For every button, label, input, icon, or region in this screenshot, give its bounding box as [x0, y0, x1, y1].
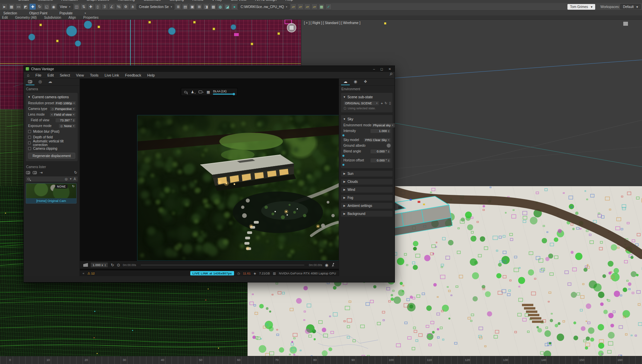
ribbon-tab-populate[interactable]: Populate — [60, 11, 73, 15]
max-menu-item[interactable]: Rendering — [118, 0, 135, 1]
toolbar-icon[interactable]: ✚ — [29, 4, 36, 10]
checkbox-box[interactable] — [28, 141, 31, 144]
horizon-offset-slider[interactable] — [341, 163, 393, 166]
toolbar-icon[interactable]: ► — [1, 4, 8, 10]
toolbar-icon[interactable]: ≣ — [175, 4, 181, 10]
toolbar-icon[interactable]: ▭ — [15, 4, 22, 10]
max-menu-item[interactable]: Customize — [143, 0, 161, 1]
toolbar-icon[interactable]: ↻ — [36, 4, 43, 10]
spinner-arrows[interactable]: ▲▼ — [388, 130, 390, 132]
ribbon-tab-object-paint[interactable]: Object Paint — [29, 11, 47, 15]
toolbar-icon[interactable]: ✓ — [325, 4, 332, 10]
viewport-label[interactable]: [ + ] [ Right ] [ Standard ] [ Wireframe… — [304, 21, 360, 25]
display-icon[interactable]: ▾ — [199, 91, 204, 93]
export-camera-icon[interactable]: ⇥ — [39, 170, 42, 175]
resolution-preset-dropdown[interactable]: FHD 1080p▾ — [54, 101, 76, 106]
spinner-arrows[interactable]: ▲▼ — [388, 159, 390, 162]
warning-icon[interactable]: ⚠ 12 — [87, 271, 95, 275]
path-dropdown[interactable]: C:\WORK\Sce..nw_CPU_HQ▾ — [238, 4, 290, 10]
gpu-quality-icon[interactable]: ▦ — [207, 90, 210, 94]
section-wind[interactable]: ▶Wind — [341, 187, 393, 193]
sort-icon[interactable]: A — [74, 177, 76, 181]
menu-feedback[interactable]: Feedback — [122, 73, 144, 77]
toolbar-icon[interactable]: ⋔ — [130, 4, 136, 10]
sky-model-dropdown[interactable]: PRG Clear Sky▾ — [363, 138, 391, 142]
ribbon-panel-align[interactable]: Align — [69, 16, 76, 19]
lens-mode-dropdown[interactable]: <Field of view▾ — [49, 112, 76, 117]
blend-angle-slider[interactable] — [341, 154, 393, 157]
toolbar-icon[interactable]: ◫ — [74, 4, 80, 10]
toolbar-icon[interactable]: ◱ — [43, 4, 50, 10]
spinner-arrows[interactable]: ▲▼ — [388, 150, 390, 153]
toolbar-icon[interactable]: ✚ — [88, 4, 94, 10]
menu-edit[interactable]: Edit — [44, 73, 57, 77]
playback-timeline[interactable] — [141, 265, 304, 265]
toolbar-icon[interactable]: ◪ — [224, 4, 230, 10]
sync-icon[interactable]: ↻ — [72, 185, 75, 188]
environment-mode-dropdown[interactable]: Physical sky▾ — [371, 123, 395, 128]
max-menu-item[interactable]: Create — [18, 0, 29, 1]
max-menu-item[interactable]: V-Ray — [212, 0, 222, 1]
max-menu-item[interactable]: Graph Editors — [87, 0, 109, 1]
slider-knob[interactable] — [233, 93, 235, 95]
toolbar-icon[interactable]: ▩ — [210, 4, 216, 10]
track-bar[interactable]: 0102030405060708090100110120130140150160 — [0, 356, 642, 364]
max-menu-item[interactable]: Animation — [62, 0, 78, 1]
refresh-icon[interactable]: ↻ — [74, 170, 77, 175]
camera-options-section[interactable]: ▼ Current camera options — [26, 94, 78, 100]
spinner-arrows[interactable]: ▲▼ — [104, 264, 106, 266]
checkbox-box[interactable] — [28, 130, 31, 133]
section-background[interactable]: ▶Background — [341, 211, 393, 217]
blend-angle-input[interactable]: 0.000 °▲▼ — [370, 149, 391, 154]
max-menu-item[interactable]: Arnold — [193, 0, 203, 1]
render-viewport-area[interactable]: ▾ ♟▾ ▾ ▦ DLAA (1X) — [80, 79, 339, 276]
add-camera-icon[interactable] — [26, 171, 30, 174]
section-clouds[interactable]: ▶Clouds — [341, 178, 393, 185]
ribbon-panel-geometry[interactable]: Geometry (All) — [15, 16, 36, 19]
minimize-button[interactable]: – — [373, 67, 375, 71]
toolbar-icon[interactable]: ▦ — [318, 4, 325, 10]
toolbar-icon[interactable]: ◍ — [217, 4, 223, 10]
max-menu-item[interactable]: AXYZ design — [255, 0, 277, 1]
menu-view[interactable]: View — [73, 73, 87, 77]
ribbon-panel-properties[interactable]: Properties — [83, 16, 99, 19]
toolbar-icon[interactable]: 3 — [102, 4, 108, 10]
toolbar-icon[interactable]: ▣ — [189, 4, 195, 10]
tab-render[interactable]: ◎ — [36, 79, 44, 85]
toolbar-icon[interactable]: ⚙ — [123, 4, 129, 10]
spinner-arrows[interactable]: ▲▼ — [73, 119, 75, 122]
exposure-mode-dropdown[interactable]: ◎None▾ — [59, 124, 76, 128]
eye-icon[interactable]: ◉ — [325, 263, 328, 267]
tab-camera[interactable] — [26, 79, 34, 85]
ribbon-collapse-icon[interactable]: ▾ — [85, 12, 86, 15]
add-state-icon[interactable]: + — [381, 101, 383, 105]
field-of-view-input[interactable]: 73.397 °▲▼ — [55, 118, 76, 123]
toolbar-icon[interactable]: ● — [231, 4, 237, 10]
max-menu-item[interactable]: Help — [285, 0, 293, 1]
checkbox-automatic-vertical-tilt-correction[interactable]: Automatic vertical tilt correction — [26, 140, 78, 146]
checkbox-camera-clipping[interactable]: Camera clipping — [26, 146, 78, 151]
toolbar-icon[interactable]: ◩ — [22, 4, 29, 10]
menu-live-link[interactable]: Live Link — [102, 73, 122, 77]
toolbar-icon[interactable]: ▱ — [297, 4, 304, 10]
toolbar-icon[interactable]: ◉ — [50, 4, 57, 10]
menu-tools[interactable]: Tools — [87, 73, 102, 77]
slider-knob[interactable] — [342, 164, 344, 166]
section-sun[interactable]: ▶Sun — [341, 170, 393, 177]
toolbar-icon[interactable]: ▦ — [8, 4, 15, 10]
menu-select[interactable]: Select — [57, 73, 73, 77]
walk-mode-icon[interactable] — [331, 263, 335, 267]
live-link-badge[interactable]: LIVE LINK at 1435x807px — [190, 271, 234, 275]
ground-albedo-color-swatch[interactable] — [387, 143, 391, 148]
toolbar-icon[interactable]: ◨ — [203, 4, 209, 10]
duplicate-camera-icon[interactable] — [33, 171, 37, 174]
home-icon[interactable]: ⌂ — [24, 73, 32, 78]
toolbar-icon[interactable]: ⇅ — [81, 4, 87, 10]
max-menu-item[interactable]: Modifiers — [38, 0, 53, 1]
pin-icon[interactable]: ⚲ — [389, 72, 396, 78]
slider-knob[interactable] — [342, 155, 344, 157]
tab-environment-left[interactable]: ☁ — [46, 79, 55, 85]
playback-speed-input[interactable]: 1.000 x▲▼ — [91, 262, 108, 267]
menu-help[interactable]: Help — [144, 73, 158, 77]
maximize-button[interactable]: ◻ — [380, 67, 383, 71]
